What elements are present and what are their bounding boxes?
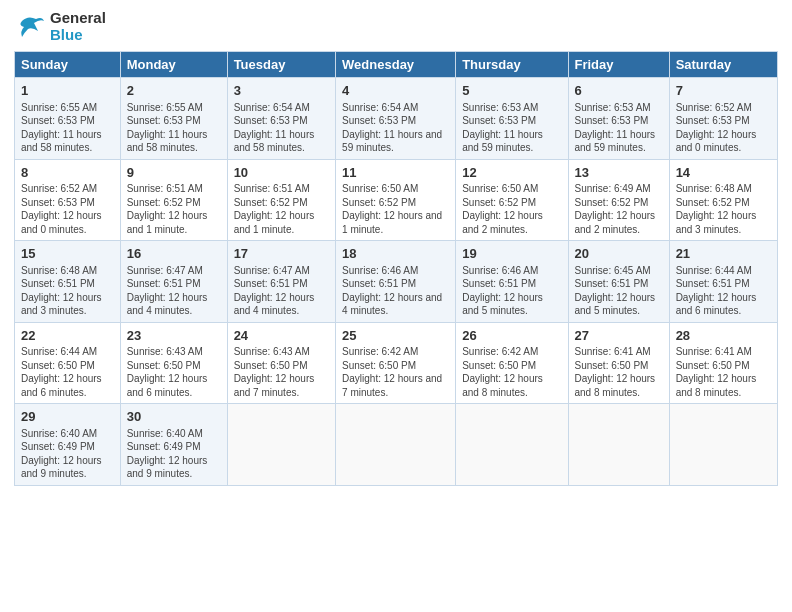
calendar-cell	[227, 404, 335, 486]
logo-text-blue: Blue	[50, 27, 106, 44]
weekday-header: Monday	[120, 52, 227, 78]
day-number: 2	[127, 82, 221, 100]
calendar-cell: 12Sunrise: 6:50 AMSunset: 6:52 PMDayligh…	[456, 159, 568, 241]
logo-bird-icon	[14, 11, 46, 43]
calendar-week-row: 1Sunrise: 6:55 AMSunset: 6:53 PMDaylight…	[15, 78, 778, 160]
calendar-cell: 20Sunrise: 6:45 AMSunset: 6:51 PMDayligh…	[568, 241, 669, 323]
day-number: 10	[234, 164, 329, 182]
calendar-cell	[456, 404, 568, 486]
calendar-cell: 27Sunrise: 6:41 AMSunset: 6:50 PMDayligh…	[568, 322, 669, 404]
weekday-header: Wednesday	[336, 52, 456, 78]
calendar-cell: 13Sunrise: 6:49 AMSunset: 6:52 PMDayligh…	[568, 159, 669, 241]
day-info: Sunrise: 6:45 AMSunset: 6:51 PMDaylight:…	[575, 264, 663, 318]
calendar-cell: 30Sunrise: 6:40 AMSunset: 6:49 PMDayligh…	[120, 404, 227, 486]
day-info: Sunrise: 6:46 AMSunset: 6:51 PMDaylight:…	[342, 264, 449, 318]
calendar-cell: 18Sunrise: 6:46 AMSunset: 6:51 PMDayligh…	[336, 241, 456, 323]
day-number: 22	[21, 327, 114, 345]
weekday-header: Thursday	[456, 52, 568, 78]
calendar-header-row: SundayMondayTuesdayWednesdayThursdayFrid…	[15, 52, 778, 78]
day-info: Sunrise: 6:53 AMSunset: 6:53 PMDaylight:…	[462, 101, 561, 155]
day-number: 18	[342, 245, 449, 263]
calendar-cell: 25Sunrise: 6:42 AMSunset: 6:50 PMDayligh…	[336, 322, 456, 404]
day-number: 23	[127, 327, 221, 345]
page-container: General Blue SundayMondayTuesdayWednesda…	[0, 0, 792, 496]
calendar-week-row: 8Sunrise: 6:52 AMSunset: 6:53 PMDaylight…	[15, 159, 778, 241]
calendar-cell: 4Sunrise: 6:54 AMSunset: 6:53 PMDaylight…	[336, 78, 456, 160]
day-number: 24	[234, 327, 329, 345]
calendar-cell: 14Sunrise: 6:48 AMSunset: 6:52 PMDayligh…	[669, 159, 777, 241]
day-info: Sunrise: 6:52 AMSunset: 6:53 PMDaylight:…	[21, 182, 114, 236]
day-number: 11	[342, 164, 449, 182]
day-number: 16	[127, 245, 221, 263]
day-number: 17	[234, 245, 329, 263]
day-info: Sunrise: 6:52 AMSunset: 6:53 PMDaylight:…	[676, 101, 771, 155]
day-number: 29	[21, 408, 114, 426]
day-info: Sunrise: 6:51 AMSunset: 6:52 PMDaylight:…	[127, 182, 221, 236]
weekday-header: Sunday	[15, 52, 121, 78]
day-info: Sunrise: 6:41 AMSunset: 6:50 PMDaylight:…	[575, 345, 663, 399]
logo-text-general: General	[50, 10, 106, 27]
day-info: Sunrise: 6:53 AMSunset: 6:53 PMDaylight:…	[575, 101, 663, 155]
day-info: Sunrise: 6:55 AMSunset: 6:53 PMDaylight:…	[21, 101, 114, 155]
day-info: Sunrise: 6:54 AMSunset: 6:53 PMDaylight:…	[234, 101, 329, 155]
day-info: Sunrise: 6:44 AMSunset: 6:50 PMDaylight:…	[21, 345, 114, 399]
logo: General Blue	[14, 10, 106, 43]
day-info: Sunrise: 6:50 AMSunset: 6:52 PMDaylight:…	[462, 182, 561, 236]
day-info: Sunrise: 6:47 AMSunset: 6:51 PMDaylight:…	[127, 264, 221, 318]
day-info: Sunrise: 6:46 AMSunset: 6:51 PMDaylight:…	[462, 264, 561, 318]
calendar-cell: 9Sunrise: 6:51 AMSunset: 6:52 PMDaylight…	[120, 159, 227, 241]
day-info: Sunrise: 6:49 AMSunset: 6:52 PMDaylight:…	[575, 182, 663, 236]
day-info: Sunrise: 6:40 AMSunset: 6:49 PMDaylight:…	[127, 427, 221, 481]
day-info: Sunrise: 6:42 AMSunset: 6:50 PMDaylight:…	[342, 345, 449, 399]
day-number: 4	[342, 82, 449, 100]
calendar-cell	[669, 404, 777, 486]
calendar-table: SundayMondayTuesdayWednesdayThursdayFrid…	[14, 51, 778, 486]
calendar-cell: 1Sunrise: 6:55 AMSunset: 6:53 PMDaylight…	[15, 78, 121, 160]
calendar-cell: 22Sunrise: 6:44 AMSunset: 6:50 PMDayligh…	[15, 322, 121, 404]
calendar-cell: 28Sunrise: 6:41 AMSunset: 6:50 PMDayligh…	[669, 322, 777, 404]
day-info: Sunrise: 6:41 AMSunset: 6:50 PMDaylight:…	[676, 345, 771, 399]
day-number: 25	[342, 327, 449, 345]
day-info: Sunrise: 6:51 AMSunset: 6:52 PMDaylight:…	[234, 182, 329, 236]
weekday-header: Tuesday	[227, 52, 335, 78]
day-number: 7	[676, 82, 771, 100]
calendar-cell: 24Sunrise: 6:43 AMSunset: 6:50 PMDayligh…	[227, 322, 335, 404]
day-number: 12	[462, 164, 561, 182]
calendar-week-row: 15Sunrise: 6:48 AMSunset: 6:51 PMDayligh…	[15, 241, 778, 323]
calendar-cell: 21Sunrise: 6:44 AMSunset: 6:51 PMDayligh…	[669, 241, 777, 323]
calendar-cell: 10Sunrise: 6:51 AMSunset: 6:52 PMDayligh…	[227, 159, 335, 241]
calendar-cell: 2Sunrise: 6:55 AMSunset: 6:53 PMDaylight…	[120, 78, 227, 160]
calendar-cell: 29Sunrise: 6:40 AMSunset: 6:49 PMDayligh…	[15, 404, 121, 486]
day-number: 20	[575, 245, 663, 263]
day-number: 27	[575, 327, 663, 345]
day-number: 28	[676, 327, 771, 345]
header: General Blue	[14, 10, 778, 43]
calendar-week-row: 29Sunrise: 6:40 AMSunset: 6:49 PMDayligh…	[15, 404, 778, 486]
calendar-cell: 17Sunrise: 6:47 AMSunset: 6:51 PMDayligh…	[227, 241, 335, 323]
day-info: Sunrise: 6:42 AMSunset: 6:50 PMDaylight:…	[462, 345, 561, 399]
day-number: 15	[21, 245, 114, 263]
calendar-week-row: 22Sunrise: 6:44 AMSunset: 6:50 PMDayligh…	[15, 322, 778, 404]
weekday-header: Friday	[568, 52, 669, 78]
day-info: Sunrise: 6:54 AMSunset: 6:53 PMDaylight:…	[342, 101, 449, 155]
calendar-cell: 23Sunrise: 6:43 AMSunset: 6:50 PMDayligh…	[120, 322, 227, 404]
day-info: Sunrise: 6:47 AMSunset: 6:51 PMDaylight:…	[234, 264, 329, 318]
day-info: Sunrise: 6:48 AMSunset: 6:51 PMDaylight:…	[21, 264, 114, 318]
day-number: 30	[127, 408, 221, 426]
calendar-cell: 26Sunrise: 6:42 AMSunset: 6:50 PMDayligh…	[456, 322, 568, 404]
day-info: Sunrise: 6:43 AMSunset: 6:50 PMDaylight:…	[234, 345, 329, 399]
day-number: 6	[575, 82, 663, 100]
calendar-cell: 5Sunrise: 6:53 AMSunset: 6:53 PMDaylight…	[456, 78, 568, 160]
calendar-cell: 19Sunrise: 6:46 AMSunset: 6:51 PMDayligh…	[456, 241, 568, 323]
day-number: 13	[575, 164, 663, 182]
day-info: Sunrise: 6:43 AMSunset: 6:50 PMDaylight:…	[127, 345, 221, 399]
day-number: 1	[21, 82, 114, 100]
day-number: 26	[462, 327, 561, 345]
day-number: 3	[234, 82, 329, 100]
calendar-cell: 3Sunrise: 6:54 AMSunset: 6:53 PMDaylight…	[227, 78, 335, 160]
day-info: Sunrise: 6:55 AMSunset: 6:53 PMDaylight:…	[127, 101, 221, 155]
day-number: 21	[676, 245, 771, 263]
day-info: Sunrise: 6:40 AMSunset: 6:49 PMDaylight:…	[21, 427, 114, 481]
weekday-header: Saturday	[669, 52, 777, 78]
day-info: Sunrise: 6:44 AMSunset: 6:51 PMDaylight:…	[676, 264, 771, 318]
